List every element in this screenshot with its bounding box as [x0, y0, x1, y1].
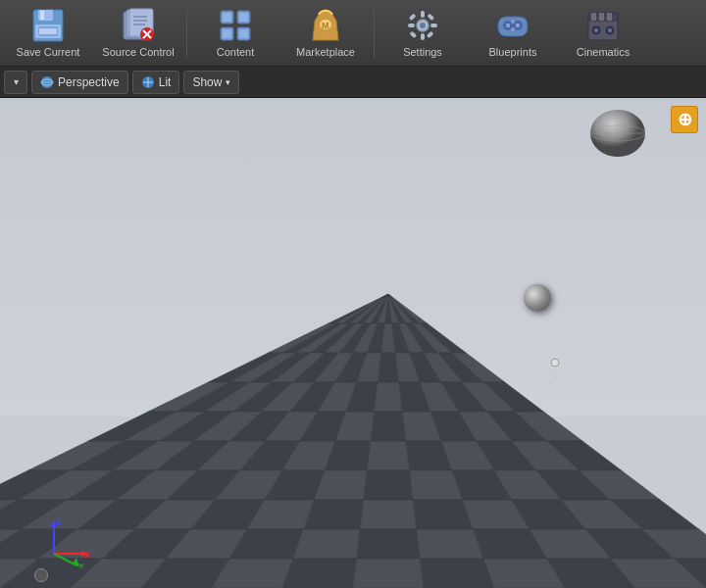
svg-rect-20 [239, 13, 248, 22]
svg-rect-45 [599, 13, 604, 21]
show-chevron-icon: ▾ [226, 77, 230, 87]
toolbar-divider-2 [374, 9, 375, 58]
svg-point-50 [608, 28, 612, 32]
svg-rect-38 [506, 24, 510, 27]
blueprints-button[interactable]: Blueprints [469, 3, 557, 64]
svg-point-40 [511, 20, 515, 24]
svg-line-62 [555, 377, 560, 385]
marketplace-button[interactable]: M Marketplace [281, 3, 370, 64]
content-label: Content [217, 46, 255, 59]
settings-icon-area [402, 7, 443, 44]
lit-button[interactable]: Lit [132, 71, 180, 94]
save-current-icon-area [27, 7, 69, 44]
marketplace-icon: M [307, 7, 344, 44]
blueprints-label: Blueprints [489, 46, 537, 59]
svg-text:Z: Z [56, 516, 62, 526]
navigation-ball[interactable] [588, 106, 647, 160]
settings-label: Settings [403, 46, 442, 59]
svg-point-26 [420, 23, 426, 28]
marketplace-icon-area: M [305, 7, 346, 44]
floor-plane [0, 294, 706, 588]
nav-gizmo-icon [588, 106, 647, 160]
viewport-dropdown[interactable]: ▾ [4, 71, 27, 94]
save-current-label: Save Current [17, 46, 80, 59]
viewport-bar: ▾ Perspective Lit Show ▾ [0, 67, 706, 98]
lit-icon [141, 75, 155, 89]
blueprints-icon [494, 7, 531, 44]
svg-line-61 [550, 377, 555, 385]
svg-text:X: X [84, 550, 90, 560]
svg-rect-2 [40, 11, 44, 20]
svg-point-49 [594, 28, 598, 32]
lit-label: Lit [159, 75, 172, 89]
settings-icon [404, 7, 441, 44]
content-icon [217, 7, 254, 44]
svg-rect-22 [239, 29, 248, 38]
svg-rect-46 [607, 13, 612, 21]
marketplace-label: Marketplace [296, 46, 355, 59]
viewport-indicator [34, 568, 48, 582]
toolbar-divider-1 [186, 9, 187, 58]
svg-rect-30 [430, 24, 437, 27]
chevron-down-icon: ▾ [14, 76, 19, 87]
svg-rect-5 [39, 28, 57, 34]
show-label: Show [192, 75, 222, 89]
svg-text:M: M [322, 21, 329, 30]
svg-rect-19 [223, 13, 231, 22]
svg-point-41 [511, 27, 515, 31]
svg-rect-31 [409, 13, 417, 21]
cinematics-button[interactable]: Cinematics [559, 3, 647, 64]
cinematics-icon [584, 7, 622, 44]
perspective-icon [40, 75, 54, 89]
axis-gizmo-icon: Z X Y [39, 514, 98, 568]
svg-text:Y: Y [78, 562, 84, 568]
viewport-options-button[interactable]: ⊕ [671, 106, 698, 133]
svg-rect-27 [421, 11, 425, 18]
content-button[interactable]: Content [191, 3, 279, 64]
svg-rect-39 [516, 24, 520, 27]
viewport-3d[interactable]: ⊕ Z X Y [0, 98, 706, 588]
main-toolbar: Save Current Source Control [0, 0, 706, 67]
content-icon-area [215, 7, 256, 44]
character-icon [545, 358, 565, 387]
svg-rect-44 [591, 13, 596, 21]
svg-rect-28 [421, 33, 425, 40]
settings-button[interactable]: Settings [378, 3, 467, 64]
source-control-icon-area [118, 7, 159, 44]
player-character [545, 358, 565, 387]
source-control-button[interactable]: Source Control [94, 3, 182, 64]
axis-indicator: Z X Y [39, 514, 98, 568]
svg-rect-21 [223, 29, 231, 38]
cinematics-label: Cinematics [577, 46, 630, 59]
plus-icon: ⊕ [678, 111, 692, 128]
save-current-button[interactable]: Save Current [4, 3, 92, 64]
sphere-object [524, 284, 551, 312]
perspective-button[interactable]: Perspective [31, 71, 128, 94]
cinematics-icon-area [582, 7, 624, 44]
perspective-label: Perspective [58, 75, 120, 89]
svg-rect-34 [427, 30, 434, 38]
save-icon [29, 7, 67, 44]
svg-rect-32 [427, 13, 434, 21]
svg-rect-33 [409, 30, 417, 38]
svg-rect-29 [408, 24, 415, 27]
blueprints-icon-area [492, 7, 533, 44]
source-control-label: Source Control [102, 46, 174, 59]
show-button[interactable]: Show ▾ [183, 71, 239, 94]
svg-point-58 [551, 359, 559, 367]
source-control-icon [120, 7, 157, 44]
